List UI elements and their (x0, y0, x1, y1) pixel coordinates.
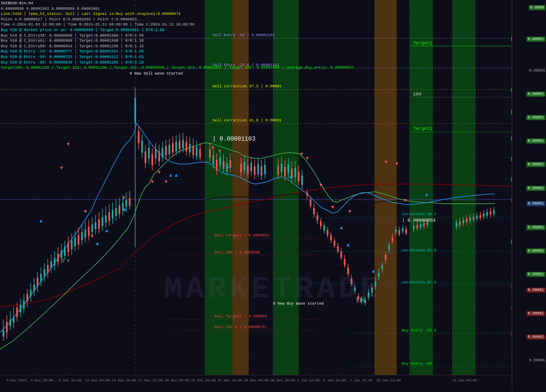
svg-rect-183 (229, 160, 231, 168)
svg-rect-253 (368, 292, 369, 297)
svg-text:▼: ▼ (404, 198, 407, 204)
svg-rect-259 (378, 273, 380, 277)
svg-rect-299 (476, 216, 478, 219)
svg-text:Target2: Target2 (413, 40, 433, 46)
svg-rect-107 (91, 225, 93, 232)
svg-rect-225 (320, 221, 322, 226)
svg-text:I V: I V (62, 259, 70, 263)
svg-text:▲: ▲ (425, 192, 428, 198)
svg-text:Sell Entry -23.6 | 0.00001241: Sell Entry -23.6 | 0.00001241 (212, 63, 279, 67)
svg-rect-295 (469, 217, 471, 221)
svg-text:Sell Target1 | 0.0000092: Sell Target1 | 0.0000092 (214, 233, 270, 238)
svg-rect-249 (361, 298, 363, 302)
svg-rect-91 (64, 247, 66, 256)
svg-rect-175 (216, 160, 218, 170)
svg-rect-267 (392, 238, 393, 241)
svg-text:▼: ▼ (157, 170, 161, 176)
svg-rect-309 (493, 210, 495, 214)
svg-text:correction 87.5: correction 87.5 (402, 280, 436, 285)
svg-text:Buy Entry -50: Buy Entry -50 (402, 362, 432, 366)
svg-rect-123 (119, 205, 120, 214)
svg-rect-115 (105, 215, 107, 223)
svg-text:20 Dec 04:00: 20 Dec 04:00 (165, 378, 189, 382)
svg-text:▼: ▼ (305, 156, 309, 161)
svg-rect-127 (125, 200, 127, 207)
svg-rect-165 (192, 146, 194, 155)
svg-rect-111 (98, 219, 100, 229)
svg-rect-77 (40, 274, 42, 282)
svg-text:10 Jan 12:00: 10 Jan 12:00 (376, 378, 401, 382)
svg-rect-219 (310, 199, 311, 206)
svg-rect-73 (33, 285, 35, 291)
svg-text:correction 61.8: correction 61.8 (402, 248, 436, 253)
svg-rect-231 (330, 235, 332, 240)
svg-rect-135 (141, 141, 143, 153)
svg-rect-189 (247, 165, 249, 174)
svg-text:100: 100 (413, 92, 421, 97)
svg-rect-30 (205, 0, 232, 375)
svg-rect-159 (182, 140, 184, 148)
svg-text:▲: ▲ (169, 173, 172, 179)
svg-rect-79 (44, 269, 45, 276)
svg-text:2 Jan 12:00: 2 Jan 12:00 (297, 378, 319, 382)
svg-rect-169 (199, 149, 201, 158)
price-label-6: 0.00001 (526, 162, 545, 167)
svg-text:▲: ▲ (226, 164, 229, 170)
svg-rect-143 (155, 149, 157, 159)
svg-rect-247 (357, 296, 359, 300)
svg-text:▲: ▲ (256, 170, 260, 176)
svg-text:▼: ▼ (384, 159, 388, 165)
svg-rect-161 (186, 142, 187, 151)
price-label-13: 0.00001 (526, 334, 545, 340)
svg-rect-147 (162, 148, 163, 157)
svg-rect-297 (473, 216, 474, 220)
svg-rect-193 (254, 166, 256, 175)
svg-text:Sell Target2 | 0.000008: Sell Target2 | 0.000008 (214, 314, 267, 319)
svg-rect-67 (23, 300, 25, 309)
svg-rect-197 (261, 166, 262, 176)
svg-rect-155 (175, 142, 177, 151)
svg-text:Sell correction 61.8 | 0.00001: Sell correction 61.8 | 0.00001 (212, 118, 282, 123)
svg-rect-187 (244, 162, 245, 170)
svg-text:▼: ▼ (300, 151, 303, 157)
svg-rect-275 (405, 229, 407, 233)
svg-text:▼: ▼ (211, 145, 215, 151)
svg-rect-303 (483, 213, 485, 217)
svg-rect-205 (284, 167, 286, 176)
svg-rect-233 (334, 241, 335, 246)
svg-text:▲: ▲ (123, 207, 126, 213)
svg-rect-215 (301, 176, 303, 185)
svg-text:▼: ▼ (319, 182, 322, 188)
svg-rect-61 (13, 317, 15, 323)
svg-rect-273 (402, 228, 404, 231)
svg-text:Sell 161.8 | 0.00000787: Sell 161.8 | 0.00000787 (214, 325, 267, 329)
svg-rect-157 (179, 141, 180, 149)
svg-text:▲: ▲ (340, 225, 343, 231)
svg-text:correction 38.2: correction 38.2 (402, 212, 436, 216)
svg-rect-89 (61, 251, 62, 258)
price-label-12: 0.00001 (526, 311, 545, 316)
svg-rect-105 (88, 227, 90, 236)
svg-rect-281 (420, 224, 421, 228)
svg-rect-211 (294, 168, 296, 177)
price-label-1: 0.00001 (526, 37, 545, 42)
svg-rect-173 (212, 156, 214, 164)
svg-rect-179 (223, 161, 224, 169)
svg-rect-109 (95, 222, 96, 229)
svg-rect-63 (16, 308, 18, 317)
svg-text:▼: ▼ (122, 195, 125, 201)
svg-rect-229 (327, 230, 328, 235)
svg-rect-113 (102, 217, 103, 226)
svg-rect-265 (388, 245, 390, 250)
price-label-14: 0.00001 (529, 358, 545, 363)
svg-rect-277 (413, 226, 415, 229)
svg-rect-75 (37, 278, 38, 286)
svg-text:7 Jan 20:00: 7 Jan 20:00 (350, 378, 372, 382)
svg-rect-255 (371, 288, 373, 293)
svg-text:▼: ▼ (218, 148, 221, 154)
svg-rect-217 (306, 193, 308, 196)
svg-rect-103 (84, 229, 86, 238)
svg-rect-97 (74, 238, 76, 246)
svg-text:6 Dec 20:00: 6 Dec 20:00 (31, 378, 53, 382)
svg-rect-279 (416, 225, 418, 228)
